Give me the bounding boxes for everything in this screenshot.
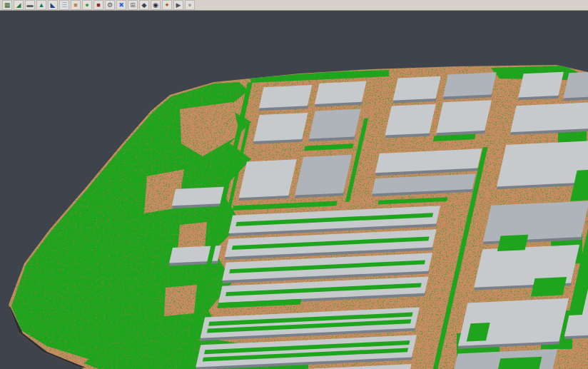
measure-icon[interactable]: ✖ <box>116 0 126 10</box>
roadside-vegetation <box>497 235 529 251</box>
settings-icon[interactable]: ⚙ <box>105 0 115 10</box>
grid-view-icon[interactable]: ☰ <box>59 0 69 10</box>
roadside-vegetation <box>497 357 542 369</box>
building-roof <box>172 187 224 206</box>
mesh-icon[interactable]: ◆ <box>139 0 149 10</box>
building-roof <box>385 104 436 136</box>
profile-view-icon[interactable]: ◣ <box>48 0 58 10</box>
building-roof <box>259 85 313 108</box>
ortho-view-icon[interactable]: ■ <box>71 0 81 10</box>
save-icon[interactable]: ▬ <box>25 0 35 10</box>
viewport-3d[interactable] <box>0 11 588 369</box>
vegetation-class-icon[interactable]: ● <box>82 0 92 10</box>
info-icon[interactable]: ● <box>185 0 195 10</box>
building-roof <box>483 201 588 241</box>
raster-icon[interactable]: ⊞ <box>128 0 138 10</box>
building-roof <box>253 113 308 141</box>
building-roof <box>315 81 367 104</box>
building-class-icon[interactable]: ■ <box>93 0 103 10</box>
terrain-view-icon[interactable]: ▲ <box>36 0 46 10</box>
point-cloud-render <box>0 11 588 369</box>
building-roof <box>393 76 441 101</box>
toolbar: ▦◢▬▲◣☰■●■⚙✖⊞◆◉✦▶● <box>0 0 588 11</box>
building-roof <box>295 155 352 196</box>
export-icon[interactable]: ▶ <box>173 0 183 10</box>
roadside-vegetation <box>531 277 567 296</box>
new-project-icon[interactable]: ▦ <box>2 0 12 10</box>
building-roof <box>518 72 564 98</box>
building-roof <box>239 159 297 198</box>
open-project-icon[interactable]: ◢ <box>14 0 24 10</box>
building-roof <box>309 109 361 139</box>
building-roof <box>510 102 588 132</box>
globe-view-icon[interactable]: ◉ <box>151 0 161 10</box>
building-roof <box>497 141 588 187</box>
building-roof <box>443 72 497 96</box>
building-roof <box>436 100 492 133</box>
palette-icon[interactable]: ✦ <box>162 0 172 10</box>
